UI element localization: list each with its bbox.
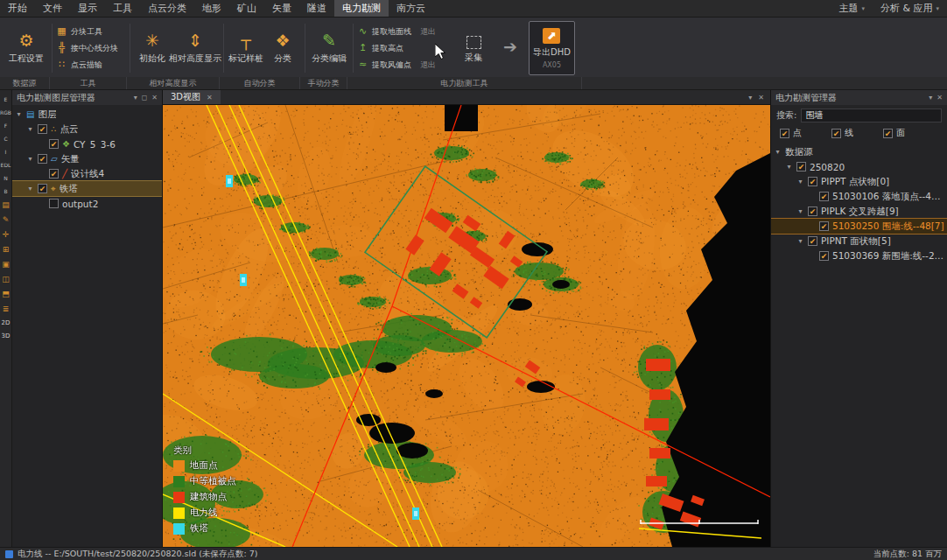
visibility-checkbox[interactable]: ✔ [819, 251, 829, 261]
expand-arrow-icon[interactable]: ▾ [26, 185, 34, 192]
expand-arrow-icon[interactable]: ▾ [774, 148, 782, 156]
extract-highpoint-button[interactable]: ↥提取高点 [357, 41, 412, 56]
export-dhd-button[interactable]: ⬈ 导出DHD AX05 [529, 21, 575, 75]
menu-item[interactable]: 矢量 [264, 0, 299, 17]
folder-icon[interactable]: ▤ [2, 201, 10, 209]
project-settings-button[interactable]: ⚙ 工程设置 [4, 21, 48, 75]
tree-item[interactable]: ▾✔▱矢量 [12, 151, 162, 166]
visibility-checkbox[interactable]: ✔ [796, 162, 806, 172]
visibility-checkbox[interactable]: ✔ [38, 184, 47, 193]
collect-button[interactable]: 采集 [455, 21, 492, 75]
map-view[interactable]: 类别 地面点中等植被点建筑物点电力线铁塔 [163, 105, 770, 547]
menu-item[interactable]: 开始 [0, 0, 35, 17]
view-mode-2d-button[interactable]: 2D [2, 320, 11, 326]
tree-item[interactable]: ✔❖CY_5_3-6 [12, 136, 162, 151]
extract-groundline-button[interactable]: ∿提取地面线退出 [357, 24, 436, 39]
tab-close-icon[interactable]: ✕ [207, 94, 213, 102]
tree-item[interactable]: output2 [12, 196, 162, 211]
list-icon[interactable]: ≣ [3, 305, 10, 313]
filter-checkbox[interactable]: ✔ [780, 129, 789, 138]
classify-button[interactable]: ❖ 分类 [264, 21, 301, 75]
visibility-checkbox[interactable] [49, 199, 59, 208]
classify-edit-button[interactable]: ✎ 分类编辑 [309, 21, 349, 75]
select-box-icon[interactable]: ▣ [2, 261, 10, 269]
tab-3d-view[interactable]: 3D视图 ✕ [163, 90, 221, 104]
visibility-checkbox[interactable]: ✔ [819, 221, 829, 231]
menu-item[interactable]: 文件 [35, 0, 70, 17]
profile-icon[interactable]: ◫ [2, 276, 10, 284]
extract-groundline-exit-button[interactable]: 退出 [420, 26, 436, 38]
visibility-checkbox[interactable]: ✔ [819, 192, 829, 201]
view-toolbar-button-b[interactable]: B [4, 188, 7, 194]
tree-item[interactable]: ✔51030250 围墙:线--48[7] [771, 219, 947, 234]
menu-item[interactable]: 点云分类 [140, 0, 194, 17]
edit-icon[interactable]: ✎ [3, 216, 10, 224]
view-toolbar-button-e[interactable]: E [4, 96, 8, 102]
map-canvas[interactable] [163, 105, 770, 547]
visibility-checkbox[interactable]: ✔ [38, 154, 47, 164]
tree-item[interactable]: ✔51030369 新围墙:线--21[0] [771, 248, 947, 263]
menu-item[interactable]: 显示 [70, 0, 105, 17]
viewport-menu-icon[interactable]: ▾ [748, 94, 752, 102]
view-toolbar-button-f[interactable]: F [4, 122, 7, 129]
clip-icon[interactable]: ⬒ [2, 290, 10, 298]
survey-panel-close-icon[interactable]: ✕ [936, 94, 943, 102]
visibility-checkbox[interactable]: ✔ [808, 206, 817, 216]
layer-panel-close-icon[interactable]: ✕ [151, 94, 158, 102]
filter-checkbox[interactable]: ✔ [831, 129, 841, 138]
menu-item[interactable]: 隧道 [299, 0, 334, 17]
menu-item[interactable]: 电力勘测 [334, 0, 389, 17]
menu-dropdown[interactable]: 主题 [831, 0, 873, 17]
expand-arrow-icon[interactable]: ▾ [26, 155, 34, 163]
pointcloud-trace-button[interactable]: ∷点云描输 [56, 58, 102, 73]
expand-arrow-icon[interactable]: ▾ [796, 178, 804, 186]
tree-item[interactable]: ▾数据源 [771, 144, 947, 159]
view-toolbar-button-n[interactable]: N [4, 175, 8, 181]
measure-icon[interactable]: ⊞ [3, 246, 10, 254]
apply-arrow-button[interactable]: ➔ [492, 21, 529, 75]
tree-item[interactable]: ▾✔PIPNT 面状物[5] [771, 234, 947, 248]
tree-item[interactable]: ▾✔⌖铁塔 [12, 181, 162, 196]
layer-panel-float-icon[interactable]: ◻ [142, 94, 148, 102]
menu-item[interactable]: 工具 [105, 0, 140, 17]
view-toolbar-button-edl[interactable]: EDL [1, 162, 11, 168]
tree-item[interactable]: ▾✔PIPLK 交叉跨越[9] [771, 204, 947, 219]
visibility-checkbox[interactable]: ✔ [49, 139, 59, 149]
tree-item[interactable]: ✔51030106 落地顶点--40[0] [771, 189, 947, 204]
visibility-checkbox[interactable]: ✔ [49, 169, 59, 178]
visibility-checkbox[interactable]: ✔ [38, 124, 47, 134]
viewport-close-icon[interactable]: ✕ [758, 94, 764, 102]
tree-item[interactable]: ▾✔PIPPT 点状物[0] [771, 174, 947, 189]
expand-arrow-icon[interactable]: ▾ [796, 237, 804, 245]
extract-windpoint-button[interactable]: ≈提取风偏点退出 [357, 58, 436, 73]
menu-dropdown[interactable]: 分析 & 应用 [873, 0, 947, 17]
tree-item[interactable]: ▾▤图层 [12, 107, 162, 122]
pan-icon[interactable]: ✛ [3, 231, 10, 239]
view-toolbar-button-rgb[interactable]: RGB [0, 109, 11, 116]
expand-arrow-icon[interactable]: ▾ [26, 125, 34, 133]
view-toolbar-button-c[interactable]: C [4, 136, 7, 142]
initialize-button[interactable]: ✳ 初始化 [134, 21, 171, 75]
search-input[interactable] [801, 108, 942, 122]
tree-item[interactable]: ▾✔250820 [771, 159, 947, 174]
expand-arrow-icon[interactable]: ▾ [785, 163, 793, 171]
mark-stake-button[interactable]: ┬ 标记样桩 [228, 21, 264, 75]
extract-windpoint-exit-button[interactable]: 退出 [420, 60, 436, 71]
view-mode-3d-button[interactable]: 3D [2, 333, 11, 340]
view-toolbar-button-i[interactable]: I [5, 149, 7, 155]
relative-height-button[interactable]: ⇕ 相对高度显示 [171, 21, 220, 75]
tree-item[interactable]: ▾✔∴点云 [12, 122, 162, 136]
filter-checkbox[interactable]: ✔ [883, 129, 893, 138]
tree-item[interactable]: ✔╱设计线4 [12, 166, 162, 181]
layer-panel-menu-icon[interactable]: ▾ [134, 94, 137, 102]
visibility-checkbox[interactable]: ✔ [808, 177, 817, 186]
expand-arrow-icon[interactable]: ▾ [15, 110, 23, 118]
survey-panel-menu-icon[interactable]: ▾ [929, 94, 932, 102]
menu-item[interactable]: 地形 [194, 0, 229, 17]
expand-arrow-icon[interactable]: ▾ [796, 207, 804, 215]
centerline-block-button[interactable]: ╬接中心线分块 [56, 41, 118, 56]
menu-item[interactable]: 南方云 [389, 0, 433, 17]
block-tool-button[interactable]: ▦分块工具 [56, 24, 102, 39]
visibility-checkbox[interactable]: ✔ [808, 236, 817, 246]
menu-item[interactable]: 矿山 [229, 0, 264, 17]
